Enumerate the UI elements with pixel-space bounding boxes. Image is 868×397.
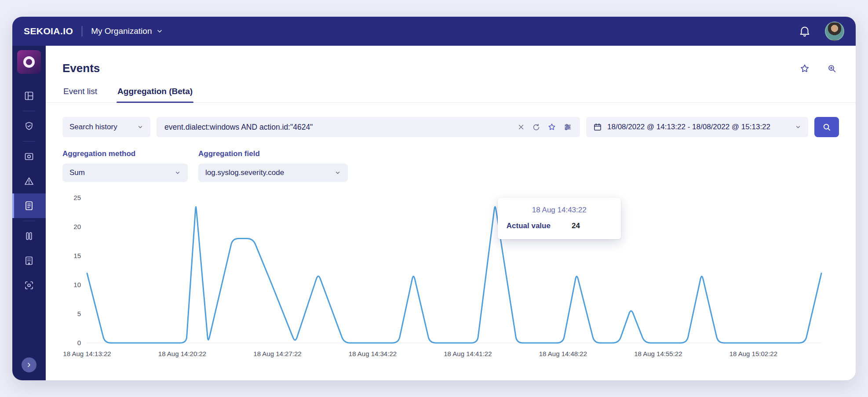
events-chart-svg: 051015202518 Aug 14:13:2218 Aug 14:20:22… <box>62 192 839 369</box>
star-icon[interactable] <box>799 63 810 74</box>
tooltip-label: Actual value <box>507 222 551 230</box>
bell-icon[interactable] <box>799 25 811 37</box>
aggregation-field-select[interactable]: log.syslog.severity.code <box>198 164 348 182</box>
svg-text:18 Aug 14:27:22: 18 Aug 14:27:22 <box>253 350 301 357</box>
tooltip-value: 24 <box>572 222 580 230</box>
topbar-right <box>799 22 844 41</box>
tab-bar: Event list Aggregation (Beta) <box>46 87 856 103</box>
search-button[interactable] <box>814 117 839 137</box>
avatar[interactable] <box>825 22 844 41</box>
chevron-right-icon <box>26 361 33 368</box>
sidebar-divider <box>23 111 35 111</box>
sidebar-item-events[interactable] <box>12 193 46 218</box>
topbar: SEKOIA.IO My Organization <box>12 17 856 46</box>
svg-text:18 Aug 14:55:22: 18 Aug 14:55:22 <box>634 350 682 357</box>
svg-text:25: 25 <box>73 194 81 201</box>
svg-text:18 Aug 14:20:22: 18 Aug 14:20:22 <box>158 350 206 357</box>
search-query-input[interactable]: event.dialect:windows AND action.id:"462… <box>157 117 580 137</box>
sidebar-item-organization[interactable] <box>12 248 46 273</box>
tune-icon[interactable] <box>563 123 572 131</box>
org-switcher[interactable]: My Organization <box>91 26 163 36</box>
chevron-down-icon <box>795 124 801 130</box>
sidebar-item-intelligence[interactable] <box>12 144 46 169</box>
sidebar-item-hunting[interactable] <box>12 224 46 248</box>
events-document-icon <box>24 200 34 211</box>
events-chart[interactable]: 051015202518 Aug 14:13:2218 Aug 14:20:22… <box>46 192 856 369</box>
close-icon[interactable] <box>517 123 525 131</box>
svg-text:18 Aug 14:34:22: 18 Aug 14:34:22 <box>349 350 397 357</box>
chevron-down-icon <box>137 124 143 130</box>
svg-text:18 Aug 14:13:22: 18 Aug 14:13:22 <box>63 350 111 357</box>
query-icons <box>517 123 572 131</box>
chevron-down-icon <box>156 28 163 35</box>
sidebar-item-alerts[interactable] <box>12 169 46 193</box>
search-history-select[interactable]: Search history <box>62 117 150 137</box>
scope-icon <box>24 151 34 162</box>
sidebar-divider <box>23 141 35 142</box>
scan-icon <box>24 280 34 291</box>
advanced-search-icon[interactable] <box>827 63 837 74</box>
sidebar-item-detection[interactable] <box>12 273 46 298</box>
brand-logo[interactable]: SEKOIA.IO <box>24 26 73 36</box>
dashboard-icon <box>24 91 34 101</box>
svg-text:18 Aug 15:02:22: 18 Aug 15:02:22 <box>729 350 777 357</box>
tooltip-time: 18 Aug 14:43:22 <box>507 206 612 215</box>
hunting-icon <box>24 231 34 241</box>
chevron-down-icon <box>335 170 341 176</box>
main-content: Events Event list Aggregation (Beta) Sea… <box>46 46 856 380</box>
aggregation-method-group: Aggregation method Sum <box>62 149 188 182</box>
sidebar-logo[interactable] <box>17 50 41 74</box>
svg-text:0: 0 <box>77 339 81 346</box>
refresh-icon[interactable] <box>532 123 540 131</box>
aggregation-method-label: Aggregation method <box>62 149 188 158</box>
aggregation-field-group: Aggregation field log.syslog.severity.co… <box>198 149 348 182</box>
aggregation-method-value: Sum <box>69 168 85 177</box>
sidebar-item-protect[interactable] <box>12 114 46 138</box>
page-title: Events <box>62 62 100 75</box>
chevron-down-icon <box>175 170 181 176</box>
logo-ring-icon <box>23 56 35 68</box>
search-icon <box>822 122 832 132</box>
chart-tooltip: 18 Aug 14:43:22 Actual value 24 <box>498 198 621 239</box>
search-bar: Search history event.dialect:windows AND… <box>46 117 856 137</box>
alert-triangle-icon <box>24 176 34 186</box>
aggregation-field-value: log.syslog.severity.code <box>205 168 284 177</box>
sidebar-divider <box>23 221 35 221</box>
svg-text:20: 20 <box>73 223 81 230</box>
date-range-text: 18/08/2022 @ 14:13:22 - 18/08/2022 @ 15:… <box>607 123 770 131</box>
tab-aggregation[interactable]: Aggregation (Beta) <box>117 87 193 103</box>
search-history-label: Search history <box>69 123 117 131</box>
aggregation-field-label: Aggregation field <box>198 149 348 158</box>
date-range-picker[interactable]: 18/08/2022 @ 14:13:22 - 18/08/2022 @ 15:… <box>586 117 808 137</box>
sidebar-collapse-button[interactable] <box>22 357 36 372</box>
sidebar-item-dashboard[interactable] <box>12 84 46 108</box>
svg-text:18 Aug 14:41:22: 18 Aug 14:41:22 <box>444 350 492 357</box>
sidebar <box>12 46 46 380</box>
search-query-text: event.dialect:windows AND action.id:"462… <box>164 123 512 132</box>
svg-text:18 Aug 14:48:22: 18 Aug 14:48:22 <box>539 350 587 357</box>
page-actions <box>799 63 837 74</box>
tab-event-list[interactable]: Event list <box>62 87 98 103</box>
aggregation-controls: Aggregation method Sum Aggregation field… <box>46 149 856 182</box>
building-icon <box>24 255 34 266</box>
svg-text:10: 10 <box>73 281 81 288</box>
favorite-star-icon[interactable] <box>547 123 556 131</box>
svg-text:15: 15 <box>73 252 81 259</box>
shield-check-icon <box>24 121 34 131</box>
app-window: SEKOIA.IO My Organization <box>12 17 856 380</box>
aggregation-method-select[interactable]: Sum <box>62 164 188 182</box>
calendar-icon <box>593 123 602 131</box>
svg-text:5: 5 <box>77 310 81 317</box>
topbar-divider <box>82 26 82 36</box>
org-name: My Organization <box>91 26 152 36</box>
